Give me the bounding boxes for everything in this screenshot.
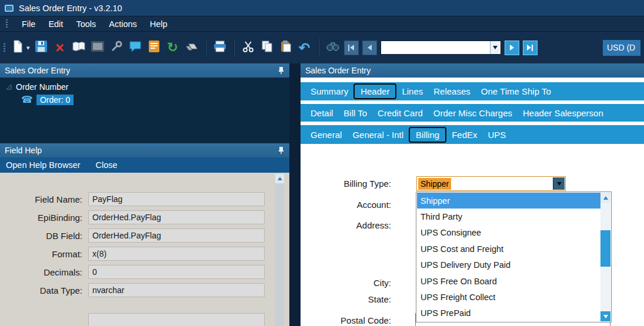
currency-value: USD (D: [607, 43, 635, 52]
tab-releases[interactable]: Releases: [428, 84, 476, 99]
dropdown-option-ups-prepaid[interactable]: UPS PrePaid: [417, 305, 600, 321]
open-book-icon: [72, 41, 86, 54]
tab-ups[interactable]: UPS: [482, 127, 511, 142]
scroll-down-arrow-icon: [603, 315, 608, 318]
tree-expanded-arrow-icon[interactable]: [6, 82, 12, 92]
dropdown-option-ups-delivery-duty-paid[interactable]: UPS Delivery Duty Paid: [417, 257, 600, 273]
state-label: State:: [306, 294, 391, 304]
dropdown-option-shipper[interactable]: Shipper: [417, 193, 600, 209]
menu-edit[interactable]: Edit: [48, 19, 63, 29]
paste-button[interactable]: [278, 40, 293, 55]
open-book-button[interactable]: [71, 40, 86, 55]
pin-icon[interactable]: [278, 66, 285, 75]
refresh-button[interactable]: ↻: [165, 40, 181, 55]
field-help-panel: Field Help Open Help Browser Close Field…: [0, 143, 289, 326]
epibinding-value[interactable]: OrderHed.PayFlag: [88, 210, 265, 224]
tab-detail[interactable]: Detail: [305, 106, 338, 120]
print-button[interactable]: [212, 40, 228, 55]
cut-button[interactable]: [241, 40, 256, 55]
tab-summary[interactable]: Summary: [305, 84, 353, 99]
scroll-up-button[interactable]: [600, 193, 610, 203]
dropdown-option-ups-freight-collect[interactable]: UPS Freight Collect: [417, 289, 600, 305]
toolbar-grip-handle[interactable]: [4, 43, 5, 52]
field-help-row: DB Field: OrderHed.PayFlag: [0, 228, 289, 243]
menu-help[interactable]: Help: [150, 19, 168, 29]
window-icon[interactable]: [5, 5, 14, 12]
tab-header[interactable]: Header: [353, 83, 396, 99]
tree-node-order[interactable]: ☎ Order: 0: [21, 95, 283, 105]
find-button[interactable]: [325, 40, 341, 55]
first-record-icon: [348, 45, 349, 51]
decimals-label: Decimals:: [0, 267, 88, 277]
record-search-dropdown-button[interactable]: [490, 41, 500, 54]
menu-bar: File Edit Tools Actions Help: [0, 16, 644, 31]
last-record-button[interactable]: [523, 41, 538, 55]
undo-arrow-icon: ↶: [299, 41, 310, 55]
memo-button[interactable]: [90, 40, 105, 55]
tab-row-header-sub: Detail Bill To Credit Card Order Misc Ch…: [301, 104, 644, 122]
pin-icon[interactable]: [278, 146, 285, 154]
field-help-menu: Open Help Browser Close: [0, 157, 289, 173]
tab-lines[interactable]: Lines: [396, 84, 428, 99]
tree-node-order-number[interactable]: Order Number: [6, 82, 283, 92]
dropdown-option-ups-cost-and-freight[interactable]: UPS Cost and Freight: [417, 241, 600, 257]
first-record-button[interactable]: [344, 41, 359, 55]
delete-button[interactable]: ×: [52, 40, 68, 55]
scroll-down-button[interactable]: [600, 311, 610, 321]
menu-tools[interactable]: Tools: [76, 19, 96, 29]
record-search-combobox[interactable]: [381, 41, 501, 55]
new-button[interactable]: [10, 40, 25, 55]
tab-header-salesperson[interactable]: Header Salesperson: [518, 106, 609, 120]
tab-general[interactable]: General: [305, 127, 347, 142]
tracker-button[interactable]: [146, 40, 162, 55]
save-button[interactable]: [34, 40, 49, 55]
tab-credit-card[interactable]: Credit Card: [372, 106, 428, 120]
billing-type-dropdown-button[interactable]: [553, 177, 565, 190]
toolbar-separator: [205, 38, 206, 57]
tab-bill-to[interactable]: Bill To: [338, 106, 372, 120]
dropdown-option-ups-consignee[interactable]: UPS Consignee: [417, 225, 600, 241]
db-field-value[interactable]: OrderHed.PayFlag: [88, 228, 265, 243]
comment-button[interactable]: [128, 40, 143, 55]
new-dropdown-caret-icon[interactable]: ▾: [26, 44, 30, 52]
tools-button[interactable]: [109, 40, 124, 55]
tab-billing[interactable]: Billing: [409, 127, 446, 143]
menubar-grip-handle[interactable]: [6, 19, 8, 28]
next-record-button[interactable]: [505, 41, 519, 55]
description-value[interactable]: [88, 313, 265, 326]
toolbar-separator: [318, 38, 319, 57]
field-help-scrollbar[interactable]: [275, 174, 284, 326]
postal-code-label: Postal Code:: [306, 315, 391, 325]
scrollbar-thumb[interactable]: [600, 230, 610, 267]
billing-type-dropdown-list: Shipper Third Party UPS Consignee UPS Co…: [416, 191, 612, 322]
undo-button[interactable]: ↶: [297, 40, 312, 55]
menu-file[interactable]: File: [22, 19, 35, 29]
tab-row-main: Summary Header Lines Releases One Time S…: [301, 82, 644, 100]
data-type-value[interactable]: nvarchar: [88, 283, 265, 297]
dropdown-option-third-party[interactable]: Third Party: [417, 209, 600, 224]
tab-one-time-ship-to[interactable]: One Time Ship To: [476, 84, 556, 99]
dropdown-scrollbar[interactable]: [600, 193, 610, 321]
last-record-icon: [527, 45, 531, 51]
record-search-value[interactable]: [381, 41, 490, 54]
tab-order-misc-charges[interactable]: Order Misc Charges: [428, 106, 518, 120]
clear-button[interactable]: [184, 40, 199, 55]
tab-fedex[interactable]: FedEx: [446, 127, 482, 142]
dropdown-option-ups-free-on-board[interactable]: UPS Free On Board: [417, 273, 600, 289]
tree-selected-item[interactable]: Order: 0: [36, 95, 74, 105]
decimals-value[interactable]: 0: [88, 265, 265, 279]
scroll-up-button[interactable]: [275, 174, 284, 183]
billing-type-combobox[interactable]: Shipper: [416, 176, 566, 191]
field-help-content: Field Name: PayFlag EpiBinding: OrderHed…: [0, 173, 289, 326]
data-type-label: Data Type:: [0, 285, 88, 295]
close-help-button[interactable]: Close: [96, 160, 118, 170]
currency-selector[interactable]: USD (D: [603, 40, 640, 56]
open-help-browser-button[interactable]: Open Help Browser: [6, 160, 81, 170]
previous-record-button[interactable]: [362, 41, 377, 55]
format-value[interactable]: x(8): [88, 247, 265, 261]
menu-actions[interactable]: Actions: [109, 19, 137, 29]
tree-root-label[interactable]: Order Number: [16, 82, 68, 92]
copy-button[interactable]: [259, 40, 275, 55]
tab-general-intl[interactable]: General - Intl: [347, 127, 409, 142]
field-name-value[interactable]: PayFlag: [88, 192, 265, 206]
